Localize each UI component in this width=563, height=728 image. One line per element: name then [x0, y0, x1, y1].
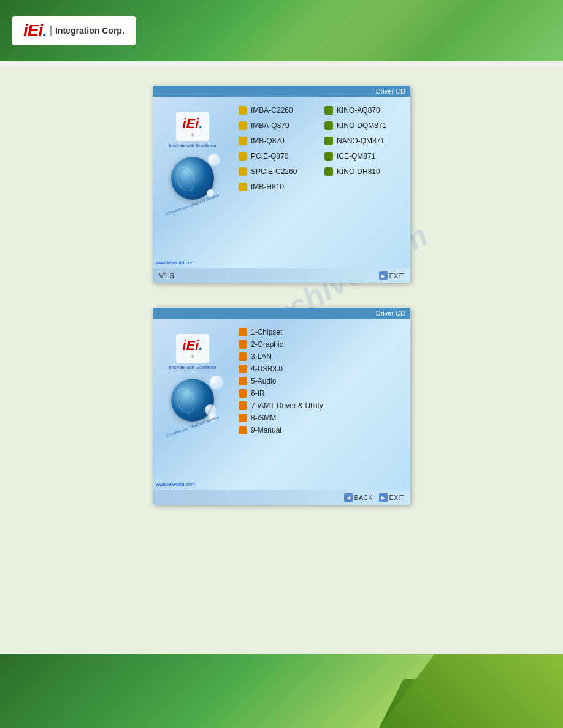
menu-icon-orange	[239, 389, 247, 398]
menu-icon-yellow	[239, 183, 247, 191]
panel1-menu-grid: IMBA-C2260 KINO-AQ870 IMBA-Q870 KINO-DQM…	[239, 106, 404, 195]
footer-right-shape	[379, 654, 563, 728]
panel2-footer-buttons: ◀ BACK ▶ EXIT	[344, 493, 404, 502]
menu-icon-green	[324, 152, 333, 161]
menu-icon-green	[324, 167, 333, 176]
menu-icon-orange	[239, 340, 247, 349]
list-item[interactable]: 6-IR	[239, 389, 404, 398]
panel2-left: iEi. ® Innovate with Excellence Complete…	[153, 319, 232, 490]
footer-decoration	[0, 654, 563, 728]
list-item[interactable]: KINO-DH810	[324, 167, 404, 176]
list-item[interactable]: IMB-H810	[239, 183, 318, 191]
list-item[interactable]: 4-USB3.0	[239, 365, 404, 373]
panel1-website: www.ieiworld.com	[156, 260, 195, 265]
panel1-left: iEi. ® Innovate with Excellence Complete…	[153, 97, 232, 268]
panel2-logo: iEi. ®	[176, 334, 209, 363]
list-item[interactable]: 3-LAN	[239, 352, 404, 361]
panel1-right: IMBA-C2260 KINO-AQ870 IMBA-Q870 KINO-DQM…	[232, 97, 410, 268]
menu-icon-orange	[239, 426, 247, 434]
list-item[interactable]: IMBA-Q870	[239, 121, 318, 130]
bubble1	[208, 154, 220, 166]
menu-icon-yellow	[239, 121, 247, 130]
panel2-back-button[interactable]: ◀ BACK	[344, 493, 373, 502]
logo-dot: .	[42, 21, 47, 40]
menu-icon-green	[324, 121, 333, 130]
panel2-exit-button[interactable]: ▶ EXIT	[379, 493, 404, 502]
header-logo-area: iEi. Integration Corp.	[12, 16, 136, 45]
list-item[interactable]: 7-iAMT Driver & Utility	[239, 401, 404, 410]
menu-icon-yellow	[239, 152, 247, 161]
exit-icon: ▶	[379, 271, 388, 280]
panel1-dot: .	[199, 116, 202, 131]
logo-iei: iEi.	[23, 21, 47, 40]
list-item[interactable]: IMBA-C2260	[239, 106, 318, 115]
logo-integration: Integration Corp.	[50, 26, 124, 36]
list-item[interactable]: ICE-QM871	[324, 152, 404, 161]
panel1-exit-button[interactable]: ▶ EXIT	[379, 271, 404, 280]
header: iEi. Integration Corp.	[0, 0, 563, 61]
menu-icon-yellow	[239, 137, 247, 145]
list-item[interactable]: SPCIE-C2260	[239, 167, 318, 176]
bubble3	[210, 376, 223, 389]
panel2-header: Driver CD	[153, 308, 410, 319]
list-item[interactable]: KINO-AQ870	[324, 106, 404, 115]
menu-icon-orange	[239, 352, 247, 361]
bubble5	[205, 404, 216, 415]
menu-icon-yellow	[239, 106, 247, 115]
panel1-body: iEi. ® Innovate with Excellence Complete…	[153, 97, 410, 268]
menu-icon-yellow	[239, 167, 247, 176]
list-item[interactable]: NANO-QM871	[324, 137, 404, 145]
panel1-globe-container	[171, 157, 214, 200]
panel1-logo-iei: iEi.	[182, 116, 202, 132]
menu-icon-orange	[239, 414, 247, 422]
list-item[interactable]: 9-Manual	[239, 426, 404, 434]
panel2-logo-sub: ®	[182, 355, 202, 359]
menu-icon-orange	[239, 401, 247, 410]
panel2-dot: .	[199, 338, 202, 353]
list-item[interactable]: 8-iSMM	[239, 414, 404, 422]
top-decoration	[256, 0, 563, 61]
exit-icon2: ▶	[379, 493, 388, 502]
panel1-logo-sub: ®	[182, 133, 202, 137]
panel2-tagline: Innovate with Excellence	[169, 365, 216, 370]
menu-icon-green	[324, 106, 333, 115]
panel1-tagline: Innovate with Excellence	[169, 143, 216, 148]
list-item[interactable]: IMB-Q870	[239, 137, 318, 145]
panel2-footer: ◀ BACK ▶ EXIT	[153, 490, 410, 505]
menu-icon-orange	[239, 377, 247, 385]
list-item[interactable]: PCIE-Q870	[239, 152, 318, 161]
panel2-globe-container	[171, 379, 214, 422]
panel2-website: www.ieiworld.com	[156, 482, 195, 487]
panel2-body: iEi. ® Innovate with Excellence Complete…	[153, 319, 410, 490]
panel-board-selection: Driver CD iEi. ® Innovate with Excellenc…	[153, 86, 410, 283]
menu-icon-green	[324, 137, 333, 145]
main-content: manuarchive.com Driver CD iEi. ® Innovat…	[0, 67, 563, 654]
panel1-logo: iEi. ®	[176, 112, 209, 141]
panel1-version: V1.3	[159, 271, 174, 280]
list-item[interactable]: 5-Audio	[239, 377, 404, 385]
panel1-header: Driver CD	[153, 86, 410, 97]
list-item[interactable]: KINO-DQM871	[324, 121, 404, 130]
panel2-logo-iei: iEi.	[182, 338, 202, 354]
menu-icon-orange	[239, 328, 247, 336]
list-item[interactable]: 1-Chipset	[239, 328, 404, 336]
panel2-globe	[171, 379, 214, 422]
panel1-footer: V1.3 ▶ EXIT	[153, 268, 410, 283]
panel-driver-menu: Driver CD iEi. ® Innovate with Excellenc…	[153, 308, 410, 505]
panel2-right: 1-Chipset 2-Graphic 3-LAN 4-USB3.0 5-Aud…	[232, 319, 410, 490]
menu-icon-orange	[239, 365, 247, 373]
back-icon: ◀	[344, 493, 353, 502]
list-item[interactable]: 2-Graphic	[239, 340, 404, 349]
